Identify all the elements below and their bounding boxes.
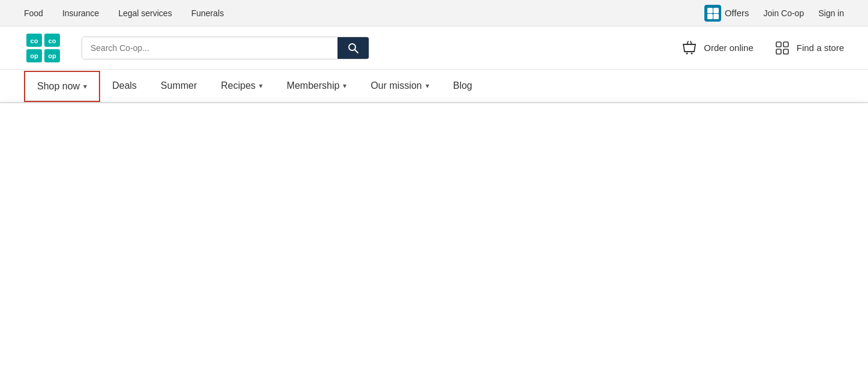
nav-recipes[interactable]: Recipes ▾ bbox=[209, 69, 275, 103]
utility-nav-right: Offers Join Co-op Sign in bbox=[704, 5, 844, 22]
nav-summer[interactable]: Summer bbox=[149, 69, 209, 103]
store-icon bbox=[773, 38, 792, 58]
svg-rect-17 bbox=[783, 42, 788, 47]
svg-rect-1 bbox=[713, 8, 719, 13]
main-header: co co op op Order online bbox=[0, 26, 868, 70]
join-coop-link[interactable]: Join Co-op bbox=[763, 8, 804, 18]
nav-food[interactable]: Food bbox=[24, 8, 43, 18]
chevron-down-icon: ▾ bbox=[426, 82, 429, 90]
svg-rect-0 bbox=[707, 8, 713, 13]
sign-in-link[interactable]: Sign in bbox=[818, 8, 844, 18]
svg-rect-19 bbox=[783, 49, 788, 54]
nav-membership[interactable]: Membership ▾ bbox=[275, 69, 358, 103]
find-store-label: Find a store bbox=[797, 43, 844, 53]
nav-blog[interactable]: Blog bbox=[441, 69, 484, 103]
search-bar[interactable] bbox=[82, 37, 369, 59]
svg-text:co: co bbox=[31, 37, 38, 44]
svg-text:op: op bbox=[30, 52, 38, 59]
offers-link[interactable]: Offers bbox=[704, 5, 749, 22]
nav-funerals[interactable]: Funerals bbox=[191, 8, 224, 18]
nav-shop-now[interactable]: Shop now ▾ bbox=[24, 71, 100, 102]
svg-rect-16 bbox=[776, 42, 781, 47]
svg-point-15 bbox=[691, 52, 693, 54]
chevron-down-icon: ▾ bbox=[259, 82, 263, 90]
nav-insurance[interactable]: Insurance bbox=[62, 8, 99, 18]
find-store-link[interactable]: Find a store bbox=[773, 38, 844, 58]
svg-line-13 bbox=[355, 49, 358, 53]
offers-label: Offers bbox=[725, 8, 749, 18]
chevron-down-icon: ▾ bbox=[343, 82, 346, 90]
nav-legal[interactable]: Legal services bbox=[118, 8, 172, 18]
search-icon bbox=[347, 42, 359, 54]
utility-nav-left: Food Insurance Legal services Funerals bbox=[24, 8, 224, 18]
nav-bar: Shop now ▾ Deals Summer Recipes ▾ Member… bbox=[0, 70, 868, 103]
nav-our-mission[interactable]: Our mission ▾ bbox=[358, 69, 441, 103]
basket-icon bbox=[680, 38, 699, 58]
svg-point-14 bbox=[686, 52, 688, 54]
svg-text:op: op bbox=[48, 52, 56, 59]
utility-bar: Food Insurance Legal services Funerals O… bbox=[0, 0, 868, 26]
svg-rect-3 bbox=[713, 14, 719, 19]
chevron-down-icon: ▾ bbox=[83, 82, 87, 91]
offers-icon bbox=[704, 5, 721, 22]
svg-text:co: co bbox=[49, 37, 56, 44]
header-actions: Order online Find a store bbox=[680, 38, 844, 58]
nav-deals[interactable]: Deals bbox=[100, 69, 149, 103]
order-online-label: Order online bbox=[704, 43, 754, 53]
svg-rect-18 bbox=[776, 49, 781, 54]
search-input[interactable] bbox=[82, 37, 337, 59]
svg-rect-2 bbox=[707, 14, 713, 19]
logo[interactable]: co co op op bbox=[24, 32, 62, 64]
search-button[interactable] bbox=[337, 37, 369, 59]
order-online-link[interactable]: Order online bbox=[680, 38, 754, 58]
